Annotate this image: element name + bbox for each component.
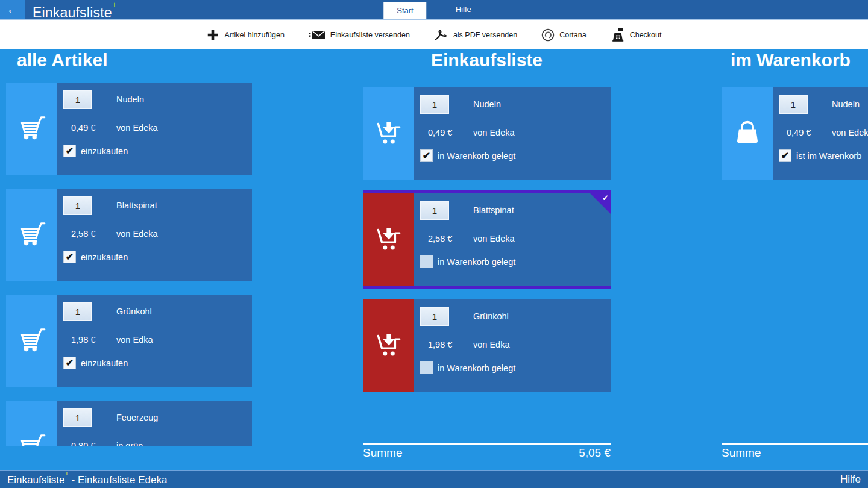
article-checkbox-row: ✔ einzukaufen [63, 357, 128, 369]
article-name: Nudeln [832, 99, 860, 109]
quantity-input[interactable] [63, 196, 92, 215]
quantity-input[interactable] [420, 201, 449, 220]
article-card-body: Feuerzeug 0,80 € in grün ✔ einzukaufen [57, 401, 252, 446]
article-tile [363, 193, 414, 286]
in-cart-list: Nudeln 0,49 € von Edeka ✔ ist im Warenko… [722, 87, 868, 180]
article-card-body: Grünkohl 1,98 € von Edka in Warenkorb ge… [414, 299, 611, 392]
einkaufsliste-app: ← Einkaufsliste+ Start Hilfe Artikel hin… [0, 0, 868, 488]
cortana-icon [541, 28, 555, 42]
checkout-label: Checkout [630, 31, 662, 39]
cortana-button[interactable]: Cortana [541, 28, 586, 42]
command-toolbar: Artikel hinzufügen Einkaufsliste versend… [0, 20, 868, 49]
pdf-icon [434, 29, 448, 41]
article-checkbox[interactable]: ✔ [63, 357, 76, 369]
article-checkbox-label: in Warenkorb gelegt [438, 257, 515, 267]
column-shopping-list: Einkaufsliste Nudeln 0,49 € von Edeka ✔ … [363, 51, 611, 392]
quantity-input[interactable] [779, 95, 808, 114]
send-list-button[interactable]: Einkaufsliste versenden [309, 29, 410, 41]
article-tile [6, 83, 57, 175]
tab-start[interactable]: Start [383, 2, 426, 19]
article-card[interactable]: Feuerzeug 0,80 € in grün ✔ einzukaufen [6, 401, 252, 446]
article-price: 0,49 € [71, 123, 95, 133]
column-header-in-cart: im Warenkorb [731, 51, 868, 70]
article-source: in grün [116, 441, 143, 446]
article-checkbox-label: einzukaufen [81, 358, 128, 368]
article-card[interactable]: Blattspinat 2,58 € von Edeka in Warenkor… [363, 193, 611, 286]
article-source: von Edka [473, 340, 509, 349]
status-title-text: Einkaufsliste [7, 474, 64, 486]
cortana-label: Cortana [559, 31, 586, 39]
column-all-articles: alle Artikel Nudeln 0,49 € von Edeka ✔ e… [6, 51, 252, 446]
selected-check-icon: ✓ [602, 193, 609, 202]
status-bar-help[interactable]: Hilfe [840, 474, 861, 486]
article-checkbox-label: einzukaufen [81, 146, 128, 156]
quantity-input[interactable] [420, 307, 449, 326]
cart-icon [16, 326, 48, 356]
cart-download-icon [373, 225, 404, 255]
tab-hilfe[interactable]: Hilfe [442, 0, 485, 19]
article-name: Grünkohl [116, 307, 152, 316]
article-checkbox-label: in Warenkorb gelegt [438, 363, 515, 373]
column-header-all-articles: alle Artikel [17, 51, 252, 70]
article-checkbox-row: ✔ einzukaufen [63, 251, 128, 263]
article-checkbox[interactable]: ✔ [63, 251, 76, 263]
article-price: 2,58 € [428, 234, 452, 243]
article-tile [6, 189, 57, 281]
article-name: Blattspinat [116, 201, 157, 210]
article-card[interactable]: Grünkohl 1,98 € von Edka in Warenkorb ge… [363, 299, 611, 392]
article-checkbox[interactable]: ✔ [420, 149, 433, 162]
back-button[interactable]: ← [0, 0, 25, 19]
shopping-list-total-row: Summe 5,05 € [363, 443, 611, 460]
article-tile [722, 87, 773, 180]
status-title-rest: - Einkaufsliste Edeka [69, 474, 167, 486]
send-pdf-label: als PDF versenden [453, 31, 517, 39]
article-checkbox-row: ✔ ist im Warenkorb [779, 149, 861, 162]
article-source: von Edeka [473, 234, 515, 243]
article-checkbox[interactable]: ✔ [779, 149, 791, 162]
cart-icon [16, 114, 48, 144]
quantity-input[interactable] [63, 408, 92, 427]
article-checkbox-row: ✔ in Warenkorb gelegt [420, 149, 515, 162]
total-label: Summe [722, 446, 761, 460]
article-checkbox[interactable] [420, 255, 433, 268]
article-checkbox-row: in Warenkorb gelegt [420, 361, 515, 374]
article-name: Grünkohl [473, 311, 509, 321]
article-name: Feuerzeug [116, 413, 158, 422]
status-title-plus: + [64, 470, 68, 477]
article-checkbox-row: in Warenkorb gelegt [420, 255, 515, 268]
article-tile [363, 299, 414, 392]
article-tile [363, 87, 414, 180]
article-card-body: Nudeln 0,49 € von Edeka ✔ in Warenkorb g… [414, 87, 611, 180]
checkout-icon [611, 28, 625, 42]
article-checkbox[interactable]: ✔ [63, 145, 76, 157]
plus-icon [206, 28, 219, 42]
column-in-cart: im Warenkorb Nudeln 0,49 € von Edeka ✔ i… [722, 51, 868, 180]
article-checkbox-label: in Warenkorb gelegt [438, 151, 515, 161]
send-list-label: Einkaufsliste versenden [330, 31, 410, 39]
article-price: 0,49 € [428, 128, 452, 137]
article-checkbox[interactable] [420, 361, 433, 374]
article-card[interactable]: Nudeln 0,49 € von Edeka ✔ einzukaufen [6, 83, 252, 175]
article-price: 0,49 € [787, 128, 811, 137]
send-pdf-button[interactable]: als PDF versenden [434, 29, 517, 41]
article-card-body: Nudeln 0,49 € von Edeka ✔ ist im Warenko… [773, 87, 868, 180]
envelope-icon [309, 29, 326, 41]
total-value: 5,05 € [579, 446, 611, 460]
article-card[interactable]: Nudeln 0,49 € von Edeka ✔ ist im Warenko… [722, 87, 868, 180]
article-card[interactable]: Blattspinat 2,58 € von Edeka ✔ einzukauf… [6, 189, 252, 281]
add-article-label: Artikel hinzufügen [224, 31, 284, 39]
quantity-input[interactable] [63, 302, 92, 321]
ribbon-tabs: Start Hilfe [383, 0, 484, 19]
article-card[interactable]: Grünkohl 1,98 € von Edka ✔ einzukaufen [6, 295, 252, 387]
checkout-button[interactable]: Checkout [611, 28, 662, 42]
column-header-shopping-list: Einkaufsliste [363, 51, 611, 70]
article-card-body: Nudeln 0,49 € von Edeka ✔ einzukaufen [57, 83, 252, 175]
article-checkbox-label: ist im Warenkorb [796, 151, 861, 161]
quantity-input[interactable] [63, 90, 92, 109]
cart-download-icon [373, 119, 404, 149]
article-card[interactable]: Nudeln 0,49 € von Edeka ✔ in Warenkorb g… [363, 87, 611, 180]
add-article-button[interactable]: Artikel hinzufügen [206, 28, 284, 42]
cart-icon [16, 432, 48, 446]
all-articles-list: Nudeln 0,49 € von Edeka ✔ einzukaufen Bl… [6, 83, 252, 446]
quantity-input[interactable] [420, 95, 449, 114]
